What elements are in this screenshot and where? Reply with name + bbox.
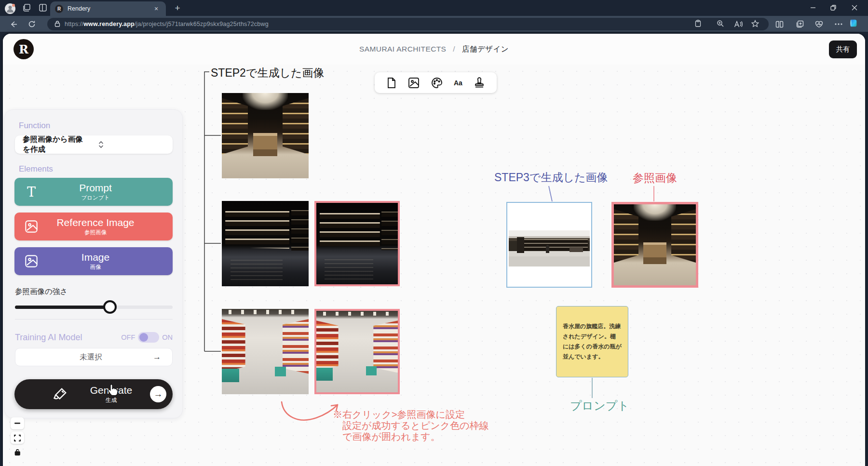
browser-tab-rendery[interactable]: R Rendery ×	[50, 1, 166, 16]
chevron-updown-icon	[98, 141, 166, 148]
fit-view-button[interactable]	[11, 432, 24, 444]
breadcrumb-separator: /	[453, 45, 455, 53]
profile-avatar-icon[interactable]	[5, 3, 15, 14]
brush-icon	[53, 387, 68, 401]
toggle-knob[interactable]	[139, 333, 148, 342]
reference-strength-label: 参照画像の強さ	[15, 287, 68, 297]
browser-navbar: https://www.rendery.app/ja/projects/j571…	[0, 16, 868, 32]
window-restore-button[interactable]	[824, 0, 843, 15]
model-select-box[interactable]: 未選択 →	[15, 348, 173, 366]
slider-thumb[interactable]	[103, 300, 117, 314]
slider-fill	[15, 306, 110, 309]
back-icon[interactable]	[9, 19, 18, 29]
read-aloud-icon[interactable]	[734, 21, 743, 27]
prompt-note-object[interactable]: 香水屋の旗艦店。洗練されたデザイン。棚には多くの香水の瓶が並んでいます。	[556, 306, 628, 377]
arrow-right-icon: →	[153, 352, 172, 362]
generated-image-3-reference-copy[interactable]	[314, 309, 400, 394]
annotation-text-object[interactable]: ※右クリック>参照画像に設定 設定が成功するとピンク色の枠線 で画像が囲われます…	[333, 409, 489, 442]
lock-icon[interactable]	[54, 20, 61, 27]
prompt-element-button[interactable]: T Promptプロンプト	[14, 178, 173, 206]
stamp-icon[interactable]	[474, 77, 485, 89]
reference-image-element-button[interactable]: Reference Image参照画像	[14, 213, 173, 240]
collapse-panel-button[interactable]	[11, 417, 24, 429]
address-bar[interactable]: https://www.rendery.app/ja/projects/j571…	[47, 18, 769, 30]
browser-titlebar: R Rendery × +	[0, 0, 868, 16]
reference-strength-slider[interactable]	[15, 300, 173, 314]
reference-image[interactable]	[611, 202, 698, 288]
browser-essentials-icon[interactable]	[814, 19, 824, 29]
copilot-icon[interactable]	[849, 18, 858, 28]
workspaces-icon[interactable]	[22, 3, 31, 12]
function-label: Function	[19, 121, 50, 131]
breadcrumb-page-title: 店舗デザイン	[462, 44, 509, 54]
rendery-favicon-icon: R	[55, 5, 63, 13]
favorites-star-icon[interactable]	[751, 20, 759, 27]
tab-actions-icon[interactable]	[39, 3, 47, 12]
generated-image-1[interactable]	[222, 93, 309, 178]
prompt-note-text: 香水屋の旗艦店。洗練されたデザイン。棚には多くの香水の瓶が並んでいます。	[556, 321, 628, 362]
function-select[interactable]: 参照画像から画像を作成	[15, 135, 173, 154]
refresh-icon[interactable]	[27, 19, 37, 29]
generated-image-2-reference-copy[interactable]	[314, 201, 400, 286]
window-close-button[interactable]	[845, 0, 864, 15]
zoom-icon[interactable]	[717, 20, 724, 27]
model-value: 未選択	[29, 352, 153, 362]
control-panel: Function 参照画像から画像を作成 Elements T Promptプロ…	[4, 109, 183, 418]
image-icon	[14, 254, 48, 268]
collections-icon[interactable]	[795, 19, 804, 29]
generated-image-2[interactable]	[222, 201, 309, 286]
text-t-icon: T	[14, 185, 48, 200]
image-icon[interactable]	[408, 77, 420, 89]
tab-title: Rendery	[68, 5, 151, 12]
canvas-toolbar: Aa	[375, 72, 497, 93]
breadcrumb-project[interactable]: SAMURAI ARCHITECTS	[359, 45, 446, 53]
generate-arrow-icon: →	[150, 386, 166, 402]
panel-divider	[15, 319, 173, 320]
palette-icon[interactable]	[431, 77, 443, 89]
image-element-button[interactable]: Image画像	[14, 247, 173, 275]
share-button[interactable]: 共有	[829, 40, 857, 58]
training-model-toggle[interactable]	[138, 332, 159, 343]
reference-text-object[interactable]: 参照画像	[633, 171, 677, 186]
new-tab-button[interactable]: +	[172, 2, 183, 14]
training-model-row: Training AI Model OFF ON	[15, 331, 173, 344]
toggle-off-label: OFF	[121, 333, 135, 341]
text-tool-icon[interactable]: Aa	[454, 79, 462, 87]
rendery-app-window: R SAMURAI ARCHITECTS / 店舗デザイン 共有	[3, 34, 865, 466]
training-model-label: Training AI Model	[15, 333, 121, 343]
window-minimize-button[interactable]	[803, 0, 823, 15]
toggle-on-label: ON	[162, 333, 173, 341]
clipboard-icon[interactable]	[694, 20, 702, 27]
step3-text-object[interactable]: STEP3で生成した画像	[494, 170, 608, 185]
step3-generated-image[interactable]	[506, 202, 592, 288]
step2-text-object[interactable]: STEP2で生成した画像	[211, 66, 324, 80]
generated-image-3[interactable]	[222, 309, 309, 394]
mouse-cursor	[108, 384, 118, 396]
lock-canvas-button[interactable]	[11, 446, 24, 458]
file-icon[interactable]	[386, 77, 397, 89]
tab-close-icon[interactable]: ×	[151, 4, 161, 13]
settings-dots-icon[interactable]	[834, 19, 843, 29]
prompt-text-object[interactable]: プロンプト	[570, 398, 629, 413]
generate-button[interactable]: Generate生成 →	[14, 379, 173, 409]
design-canvas[interactable]: Aa STEP2で生成した画像 STEP3で生成した画像 参照画像 プロンプト …	[3, 65, 865, 466]
elements-label: Elements	[19, 164, 53, 174]
breadcrumb: SAMURAI ARCHITECTS / 店舗デザイン	[3, 34, 865, 65]
split-screen-icon[interactable]	[774, 19, 784, 29]
url-text[interactable]: https://www.rendery.app/ja/projects/j571…	[65, 21, 269, 27]
app-header: R SAMURAI ARCHITECTS / 店舗デザイン 共有	[3, 34, 865, 65]
image-icon	[14, 220, 48, 233]
